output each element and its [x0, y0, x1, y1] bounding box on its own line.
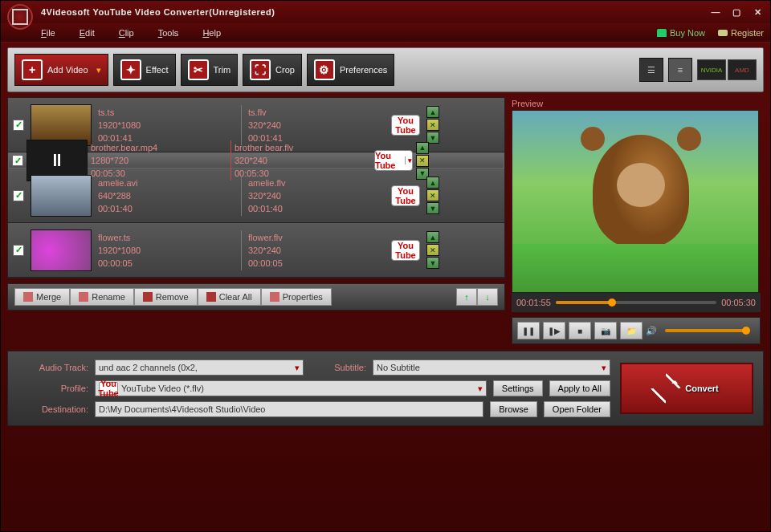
row-remove-button[interactable]: ✕	[426, 119, 439, 131]
preview-video[interactable]	[512, 110, 759, 293]
move-down-button[interactable]: ↓	[477, 288, 498, 306]
menu-tools[interactable]: Tools	[158, 28, 179, 38]
preview-label: Preview	[512, 97, 761, 110]
merge-icon	[23, 292, 33, 302]
list-view-button[interactable]: ☰	[639, 58, 663, 82]
browse-button[interactable]: Browse	[490, 401, 537, 417]
youtube-badge[interactable]: YouTube	[391, 185, 420, 206]
titlebar: 4Videosoft YouTube Video Converter(Unreg…	[1, 1, 770, 23]
total-time: 00:05:30	[721, 298, 756, 307]
row-up-button[interactable]: ▲	[426, 231, 439, 243]
row-remove-button[interactable]: ✕	[416, 155, 429, 167]
row-checkbox[interactable]: ✓	[13, 190, 24, 201]
row-checkbox[interactable]: ✓	[12, 155, 23, 166]
seek-bar[interactable]	[556, 301, 716, 304]
action-bar: Merge Rename Remove Clear All Properties…	[7, 283, 505, 311]
settings-button[interactable]: Settings	[493, 380, 543, 396]
effect-icon: ✦	[120, 59, 141, 80]
dropdown-arrow-icon[interactable]: ▾	[96, 65, 101, 75]
file-row[interactable]: ✓ amelie.avi 640*288 00:01:40 amelie.flv…	[8, 169, 504, 223]
rename-button[interactable]: Rename	[70, 288, 134, 306]
properties-button[interactable]: Properties	[261, 288, 332, 306]
trash-icon	[206, 292, 216, 302]
current-time: 00:01:55	[516, 298, 551, 307]
destination-input[interactable]: D:\My Documents\4Videosoft Studio\Video	[95, 401, 483, 417]
convert-button[interactable]: Convert	[620, 363, 753, 414]
thumbnail	[31, 175, 92, 217]
source-info: flower.ts 1920*1080 00:00:05	[98, 231, 235, 270]
step-button[interactable]: ❚▶	[543, 322, 565, 339]
open-folder-button[interactable]: Open Folder	[544, 401, 610, 417]
row-up-button[interactable]: ▲	[426, 177, 439, 189]
speaker-icon: 🔊	[646, 326, 657, 336]
volume-slider[interactable]	[665, 329, 750, 332]
file-list: ✓ ts.ts 1920*1080 00:01:41 ts.flv 320*24…	[7, 97, 505, 278]
toolbar: + Add Video ▾ ✦ Effect ✂ Trim ⛶ Crop ⚙ P…	[7, 47, 764, 92]
menubar: File Edit Clip Tools Help Buy Now Regist…	[1, 23, 770, 43]
menu-file[interactable]: File	[41, 28, 55, 38]
menu-edit[interactable]: Edit	[80, 28, 95, 38]
open-snapshot-folder-button[interactable]: 📁	[620, 322, 642, 339]
row-checkbox[interactable]: ✓	[13, 245, 24, 256]
file-row[interactable]: ✓ ⏸ brother.bear.mp4 1280*720 00:05:30 b…	[8, 152, 504, 169]
subtitle-label: Subtitle:	[310, 363, 366, 372]
row-up-button[interactable]: ▲	[416, 142, 429, 154]
row-down-button[interactable]: ▼	[426, 257, 439, 269]
maximize-button[interactable]: ▢	[730, 6, 743, 18]
output-info: flower.flv 320*240 00:00:05	[248, 231, 385, 270]
gpu-badges: NVIDIA AMD	[697, 59, 757, 80]
add-video-button[interactable]: + Add Video ▾	[14, 54, 108, 86]
youtube-badge[interactable]: YouTube	[391, 115, 420, 136]
scissors-icon: ✂	[188, 59, 209, 80]
minimize-button[interactable]: —	[709, 6, 722, 18]
audio-track-select[interactable]: und aac 2 channels (0x2,▾	[95, 359, 304, 376]
cart-icon	[657, 29, 667, 37]
remove-button[interactable]: Remove	[134, 288, 198, 306]
apply-to-all-button[interactable]: Apply to All	[549, 380, 610, 396]
stop-button[interactable]: ■	[569, 322, 591, 339]
output-info: brother bear.flv 320*240 00:05:30	[235, 141, 371, 180]
move-up-button[interactable]: ↑	[456, 288, 477, 306]
effect-button[interactable]: ✦ Effect	[113, 54, 176, 86]
youtube-icon: YouTube	[99, 382, 118, 395]
subtitle-select[interactable]: No Subtitle▾	[373, 359, 610, 376]
profile-select[interactable]: YouTube YouTube Video (*.flv)▾	[95, 380, 487, 396]
trim-button[interactable]: ✂ Trim	[181, 54, 239, 86]
youtube-format-dropdown[interactable]: YouTube▾	[374, 150, 413, 171]
register-link[interactable]: Register	[718, 28, 764, 38]
window-title: 4Videosoft YouTube Video Converter(Unreg…	[41, 7, 709, 17]
pencil-icon	[79, 292, 88, 302]
crop-button[interactable]: ⛶ Crop	[243, 54, 302, 86]
close-button[interactable]: ✕	[751, 6, 764, 18]
nvidia-badge: NVIDIA	[697, 59, 726, 80]
row-down-button[interactable]: ▼	[426, 202, 439, 214]
source-info: amelie.avi 640*288 00:01:40	[98, 177, 235, 215]
clear-all-button[interactable]: Clear All	[198, 288, 261, 306]
seek-bar-container: 00:01:55 00:05:30	[512, 293, 761, 312]
profile-label: Profile:	[18, 384, 88, 393]
gear-icon: ⚙	[314, 59, 335, 80]
source-info: brother.bear.mp4 1280*720 00:05:30	[91, 141, 227, 180]
properties-icon	[270, 292, 279, 302]
thumbnail	[31, 229, 92, 271]
output-info: ts.flv 320*240 00:01:41	[248, 106, 385, 144]
menu-help[interactable]: Help	[202, 28, 221, 38]
file-row[interactable]: ✓ flower.ts 1920*1080 00:00:05 flower.fl…	[8, 223, 504, 278]
youtube-badge[interactable]: YouTube	[391, 240, 420, 261]
buy-now-link[interactable]: Buy Now	[657, 28, 705, 38]
destination-label: Destination:	[18, 404, 88, 414]
convert-icon	[650, 372, 682, 404]
snapshot-button[interactable]: 📷	[594, 322, 617, 339]
pause-button[interactable]: ❚❚	[517, 322, 540, 339]
preferences-button[interactable]: ⚙ Preferences	[307, 54, 394, 86]
row-remove-button[interactable]: ✕	[426, 189, 439, 201]
menu-clip[interactable]: Clip	[119, 28, 134, 38]
crop-icon: ⛶	[250, 59, 271, 80]
detail-view-button[interactable]: ≡	[668, 58, 692, 82]
merge-button[interactable]: Merge	[14, 288, 70, 306]
app-logo-icon	[7, 4, 33, 30]
row-checkbox[interactable]: ✓	[13, 120, 24, 131]
row-up-button[interactable]: ▲	[426, 106, 439, 118]
row-remove-button[interactable]: ✕	[426, 244, 439, 256]
key-icon	[718, 30, 728, 36]
